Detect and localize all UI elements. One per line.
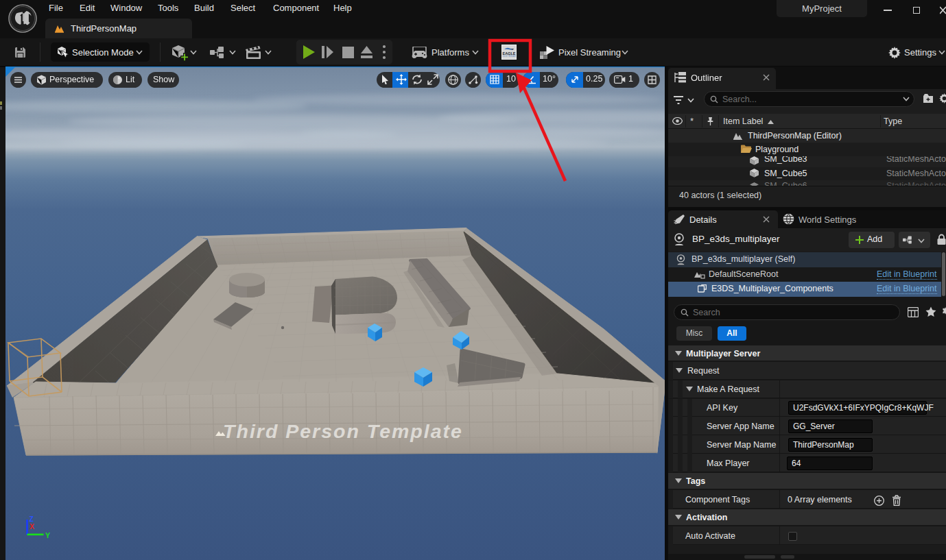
svg-text:Y: Y: [45, 531, 50, 539]
svg-text:X: X: [29, 522, 34, 531]
svg-text:3 D S T R E A M: 3 D S T R E A M: [503, 55, 516, 58]
svg-text:EAGLE: EAGLE: [503, 51, 516, 56]
svg-text:Third Person Template: Third Person Template: [223, 420, 463, 442]
